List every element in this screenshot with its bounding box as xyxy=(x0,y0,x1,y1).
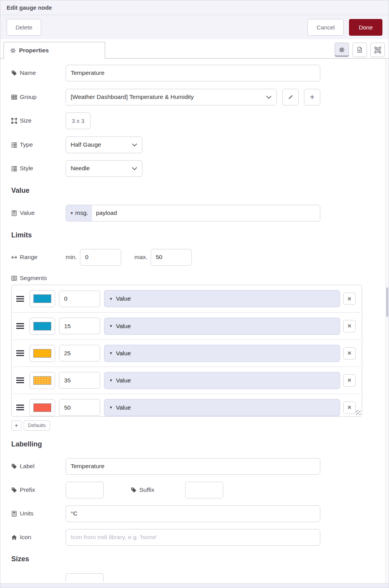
drag-handle-icon[interactable] xyxy=(16,405,24,410)
range-min-input[interactable] xyxy=(80,249,121,266)
units-input[interactable] xyxy=(66,505,320,522)
style-select[interactable]: Needle xyxy=(66,160,142,177)
range-max-label: max. xyxy=(134,254,148,261)
segment-value-input[interactable] xyxy=(59,372,100,389)
remove-segment-button[interactable]: ✕ xyxy=(343,292,356,305)
sizes-width-input[interactable] xyxy=(66,573,104,582)
segment-type-value: Value xyxy=(116,350,131,357)
cancel-button[interactable]: Cancel xyxy=(307,19,344,36)
tag-icon xyxy=(11,70,17,76)
properties-form: Name Group [Weather Dashboard] Temperatu… xyxy=(0,64,389,582)
arrows-h-icon xyxy=(11,254,17,260)
properties-icon-button[interactable] xyxy=(335,43,349,57)
description-icon-button[interactable] xyxy=(353,43,367,57)
segment-type-select[interactable]: ▾ Value xyxy=(104,372,340,389)
tab-properties-label: Properties xyxy=(19,47,49,54)
color-swatch xyxy=(33,322,51,330)
drag-handle-icon[interactable] xyxy=(16,323,24,329)
color-swatch xyxy=(33,403,51,412)
caret-down-icon: ▾ xyxy=(110,324,112,328)
typed-input-type: msg. xyxy=(75,209,89,216)
remove-segment-button[interactable]: ✕ xyxy=(343,347,356,360)
delete-button[interactable]: Delete xyxy=(7,19,41,36)
appearance-icon-button[interactable] xyxy=(370,43,385,57)
segment-value-input[interactable] xyxy=(59,399,100,416)
remove-segment-button[interactable]: ✕ xyxy=(343,320,356,332)
drag-handle-icon[interactable] xyxy=(16,377,24,383)
style-select-value: Needle xyxy=(71,165,90,172)
type-label: Type xyxy=(20,141,33,148)
chevron-down-icon xyxy=(132,166,137,171)
label-input[interactable] xyxy=(66,458,320,475)
range-max-input[interactable] xyxy=(151,249,192,266)
segment-color-button[interactable] xyxy=(30,372,55,389)
close-icon: ✕ xyxy=(347,323,352,329)
icon-input[interactable] xyxy=(66,529,320,546)
type-select[interactable]: Half Gauge xyxy=(66,137,142,153)
segments-label-row: Segments xyxy=(11,274,378,282)
resize-handle[interactable] xyxy=(356,410,361,415)
suffix-input[interactable] xyxy=(185,482,223,498)
segments-label: Segments xyxy=(20,275,47,282)
size-row: Size 3 x 3 xyxy=(11,112,378,129)
list-icon xyxy=(11,166,17,171)
labelling-section-heading: Labelling xyxy=(11,440,378,448)
name-input[interactable] xyxy=(66,65,320,81)
remove-segment-button[interactable]: ✕ xyxy=(343,401,356,414)
segment-type-select[interactable]: ▾ Value xyxy=(104,399,340,416)
drag-handle-icon[interactable] xyxy=(16,350,24,356)
segment-value-input[interactable] xyxy=(59,345,100,361)
group-select-value: [Weather Dashboard] Temperature & Humidi… xyxy=(71,93,194,100)
scrollbar-thumb[interactable] xyxy=(386,287,388,317)
name-label: Name xyxy=(20,69,36,76)
add-segment-button[interactable]: + xyxy=(11,420,21,431)
group-row: Group [Weather Dashboard] Temperature & … xyxy=(11,88,378,105)
segment-row: ▾ Value ✕ xyxy=(12,394,361,417)
done-button[interactable]: Done xyxy=(349,19,382,36)
segment-type-value: Value xyxy=(116,377,131,384)
segment-type-value: Value xyxy=(116,295,131,302)
segment-value-input[interactable] xyxy=(59,291,100,307)
value-label: Value xyxy=(20,209,35,216)
drag-handle-icon[interactable] xyxy=(16,296,24,302)
segment-value-input[interactable] xyxy=(59,318,100,334)
color-swatch xyxy=(33,294,51,303)
edit-group-button[interactable] xyxy=(282,89,299,105)
tab-properties[interactable]: Properties xyxy=(3,42,105,59)
prefix-label: Prefix xyxy=(20,486,35,493)
close-icon: ✕ xyxy=(347,377,352,383)
typed-input-type-button[interactable]: ▾ msg. xyxy=(66,205,92,221)
segment-color-button[interactable] xyxy=(30,345,55,362)
tag-icon xyxy=(131,487,137,493)
dialog-header: Edit gauge node xyxy=(0,0,389,15)
segment-type-select[interactable]: ▾ Value xyxy=(104,318,340,335)
add-group-button[interactable]: + xyxy=(304,89,320,105)
segment-color-button[interactable] xyxy=(30,290,55,307)
home-icon xyxy=(11,534,17,540)
segment-type-select[interactable]: ▾ Value xyxy=(104,345,340,362)
document-icon xyxy=(356,47,363,53)
color-swatch xyxy=(33,376,51,385)
segment-color-button[interactable] xyxy=(30,399,55,416)
chevron-down-icon xyxy=(266,95,272,99)
name-row: Name xyxy=(11,64,378,81)
remove-segment-button[interactable]: ✕ xyxy=(343,374,356,387)
segment-type-select[interactable]: ▾ Value xyxy=(104,290,340,307)
value-typed-input[interactable]: ▾ msg. payload xyxy=(66,205,320,221)
segment-color-button[interactable] xyxy=(30,318,55,335)
size-label: Size xyxy=(20,117,31,124)
vertical-scrollbar[interactable] xyxy=(386,59,389,583)
dialog-footer-edge xyxy=(0,583,389,588)
segments-list: ▾ Value ✕ ▾ Value ✕ ▾ Value ✕ xyxy=(11,285,362,417)
size-button[interactable]: 3 x 3 xyxy=(66,112,90,129)
defaults-button[interactable]: Defaults xyxy=(24,420,50,431)
segment-row: ▾ Value ✕ xyxy=(12,312,361,339)
caret-down-icon: ▾ xyxy=(110,297,112,301)
sizes-section-heading: Sizes xyxy=(11,555,378,563)
close-icon: ✕ xyxy=(347,350,352,356)
prefix-input[interactable] xyxy=(66,482,104,498)
icon-label: Icon xyxy=(20,534,31,541)
type-select-value: Half Gauge xyxy=(71,141,101,148)
typed-input-value[interactable]: payload xyxy=(92,205,121,221)
group-select[interactable]: [Weather Dashboard] Temperature & Humidi… xyxy=(66,89,277,105)
